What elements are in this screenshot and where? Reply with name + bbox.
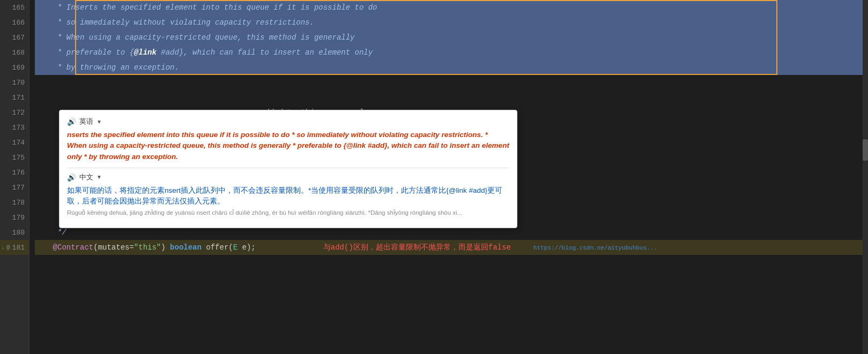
tooltip-zh-header[interactable]: 🔊 中文 ▼ [67,172,509,182]
line-179: 179 [0,210,29,225]
line-166: 166 [0,15,29,30]
tooltip-divider [67,168,509,168]
code-line-166: * so immediately without violating capac… [35,15,868,30]
line-175: 175 [0,150,29,165]
code-line-165: * Inserts the specified element into thi… [35,0,868,15]
tooltip-zh-label: 中文 [79,172,93,182]
line-174: 174 [0,135,29,150]
code-text-181: @Contract(mutates="this") boolean offer(… [35,243,657,252]
speaker-zh-icon[interactable]: 🔊 [67,173,76,182]
code-text-167: * When using a capacity-restricted queue… [35,33,355,42]
tooltip-en-header[interactable]: 🔊 英语 ▼ [67,117,509,126]
tooltip-en-section: 🔊 英语 ▼ nserts the specified element into… [67,117,509,162]
tooltip-en-label: 英语 [79,117,93,126]
at-icon: @ [6,244,10,251]
line-169: 169 [0,60,29,75]
code-text-168: * preferable to {@link #add}, which can … [35,48,373,57]
code-text-166: * so immediately without violating capac… [35,18,314,27]
line-181: ↓ @ 181 [0,240,29,255]
vertical-scrollbar[interactable] [863,0,868,354]
line-numbers: 165 166 167 168 169 170 171 172 173 174 … [0,0,29,354]
code-area: * Inserts the specified element into thi… [29,0,868,354]
code-line-168: * preferable to {@link #add}, which can … [35,45,868,60]
tooltip-pinyin-text: Rúguǒ kěnéng dehuà, jiāng zhǐdìng de yuá… [67,208,509,217]
tooltip-en-dropdown-icon[interactable]: ▼ [97,119,102,125]
code-line-181: @Contract(mutates="this") boolean offer(… [35,240,868,255]
editor-container: 165 166 167 168 169 170 171 172 173 174 … [0,0,868,354]
code-line-169: * by throwing an exception. [35,60,868,75]
line-180: 180 [0,225,29,240]
code-text-165: * Inserts the specified element into thi… [35,3,377,12]
code-text-169: * by throwing an exception. [35,63,179,72]
line-168: 168 [0,45,29,60]
code-text-180: */ [35,228,66,237]
translation-tooltip: 🔊 英语 ▼ nserts the specified element into… [59,110,517,228]
line-170: 170 [0,75,29,90]
line-178: 178 [0,195,29,210]
code-line-170 [35,75,868,90]
line-171: 171 [0,90,29,105]
line-165: 165 [0,0,29,15]
breakpoint-icon: ↓ [1,244,5,251]
tooltip-zh-dropdown-icon[interactable]: ▼ [97,174,102,180]
line-172: 172 [0,105,29,120]
line-167: 167 [0,30,29,45]
scrollbar-thumb[interactable] [863,139,868,161]
code-line-167: * When using a capacity-restricted queue… [35,30,868,45]
tooltip-zh-text: 如果可能的话，将指定的元素nsert插入此队列中，而不会违反容量限制。*当使用容… [67,185,509,207]
tooltip-zh-section: 🔊 中文 ▼ 如果可能的话，将指定的元素nsert插入此队列中，而不会违反容量限… [67,172,509,217]
line-176: 176 [0,165,29,180]
speaker-en-icon[interactable]: 🔊 [67,117,76,126]
line-177: 177 [0,180,29,195]
line-173: 173 [0,120,29,135]
tooltip-en-text: nserts the specified element into this q… [67,130,509,162]
code-line-171 [35,90,868,105]
